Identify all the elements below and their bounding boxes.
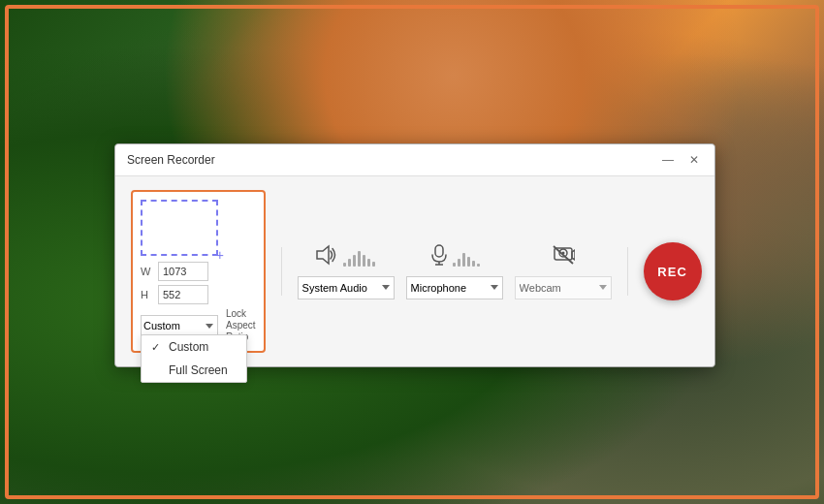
dropdown-label-custom: Custom bbox=[169, 340, 208, 354]
title-bar-controls: — ✕ bbox=[658, 152, 703, 168]
bar-4 bbox=[358, 251, 361, 267]
mic-bar-2 bbox=[458, 259, 460, 267]
screen-area-preview[interactable] bbox=[141, 200, 218, 256]
microphone-icon bbox=[429, 244, 449, 270]
webcam-icon bbox=[552, 244, 575, 270]
width-input[interactable] bbox=[158, 262, 208, 281]
bar-7 bbox=[372, 262, 375, 267]
width-label: W bbox=[141, 266, 154, 277]
divider-1 bbox=[281, 247, 282, 296]
dropdown-item-custom[interactable]: ✓ Custom bbox=[142, 335, 246, 359]
dropdown-item-fullscreen[interactable]: Full Screen bbox=[142, 359, 246, 382]
system-audio-bars bbox=[343, 247, 375, 267]
height-label: H bbox=[141, 289, 154, 300]
mode-select[interactable]: Custom Full Screen bbox=[141, 315, 218, 336]
mic-bar-6 bbox=[477, 264, 480, 267]
bar-6 bbox=[367, 259, 370, 267]
dialog-title: Screen Recorder bbox=[127, 153, 215, 167]
height-input[interactable] bbox=[158, 285, 208, 304]
minimize-button[interactable]: — bbox=[658, 152, 678, 168]
bar-3 bbox=[353, 255, 356, 267]
mic-bar-4 bbox=[467, 257, 470, 267]
system-audio-select[interactable]: System Audio bbox=[298, 276, 395, 299]
mode-select-wrapper: Custom Full Screen ✓ Custom Full Screen bbox=[141, 315, 218, 336]
screen-selector: W H Custom Full Screen ✓ Cu bbox=[131, 190, 266, 353]
svg-marker-8 bbox=[572, 250, 575, 260]
svg-rect-1 bbox=[435, 245, 443, 257]
microphone-group: Microphone bbox=[406, 244, 503, 299]
bar-2 bbox=[348, 259, 351, 267]
microphone-icon-row bbox=[429, 244, 480, 270]
mode-select-row: Custom Full Screen ✓ Custom Full Screen bbox=[141, 308, 256, 343]
width-row: W bbox=[141, 262, 256, 281]
title-bar: Screen Recorder — ✕ bbox=[115, 144, 714, 176]
divider-2 bbox=[627, 247, 628, 296]
check-icon: ✓ bbox=[151, 341, 163, 354]
speaker-icon bbox=[316, 244, 339, 270]
mode-dropdown: ✓ Custom Full Screen bbox=[141, 334, 247, 383]
svg-marker-0 bbox=[317, 246, 329, 264]
webcam-icon-row bbox=[552, 244, 575, 270]
dialog-body: W H Custom Full Screen ✓ Cu bbox=[115, 176, 714, 366]
height-row: H bbox=[141, 285, 256, 304]
rec-button[interactable]: REC bbox=[644, 242, 702, 300]
webcam-group: Webcam bbox=[515, 244, 612, 299]
mic-bar-5 bbox=[472, 261, 475, 267]
mic-bars bbox=[453, 247, 480, 267]
bar-1 bbox=[343, 263, 346, 267]
dropdown-label-fullscreen: Full Screen bbox=[169, 363, 228, 377]
webcam-select[interactable]: Webcam bbox=[515, 276, 612, 299]
close-button[interactable]: ✕ bbox=[685, 152, 703, 168]
av-controls: System Audio bbox=[298, 244, 612, 299]
mic-bar-3 bbox=[462, 253, 465, 267]
system-audio-group: System Audio bbox=[298, 244, 395, 299]
screen-recorder-dialog: Screen Recorder — ✕ W H Custom Full bbox=[114, 143, 715, 367]
microphone-select[interactable]: Microphone bbox=[406, 276, 503, 299]
system-audio-icon-row bbox=[316, 244, 375, 270]
bar-5 bbox=[363, 255, 365, 267]
mic-bar-1 bbox=[453, 263, 456, 267]
